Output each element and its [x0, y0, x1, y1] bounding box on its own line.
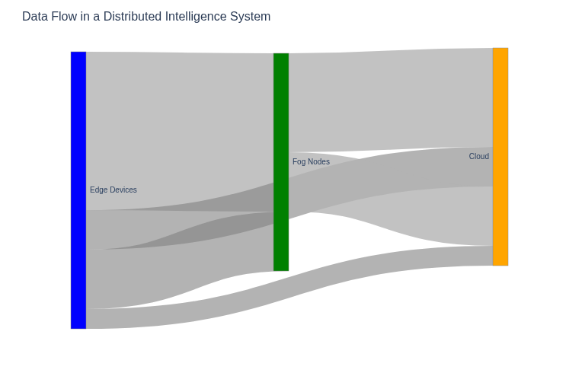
node-fog-nodes[interactable]	[273, 53, 289, 271]
link-group	[86, 97, 493, 319]
node-label-fog-nodes: Fog Nodes	[293, 158, 330, 166]
node-edge-devices[interactable]	[71, 52, 86, 329]
link-edge-to-fog	[86, 131, 273, 132]
node-cloud[interactable]	[493, 48, 508, 266]
node-label-edge-devices: Edge Devices	[90, 186, 137, 194]
sankey-chart: Edge Devices Fog Nodes Cloud	[0, 0, 582, 392]
link-cloud-to-fog	[289, 182, 493, 216]
link-fog-to-cloud	[289, 97, 493, 103]
node-label-cloud: Cloud	[469, 152, 489, 161]
